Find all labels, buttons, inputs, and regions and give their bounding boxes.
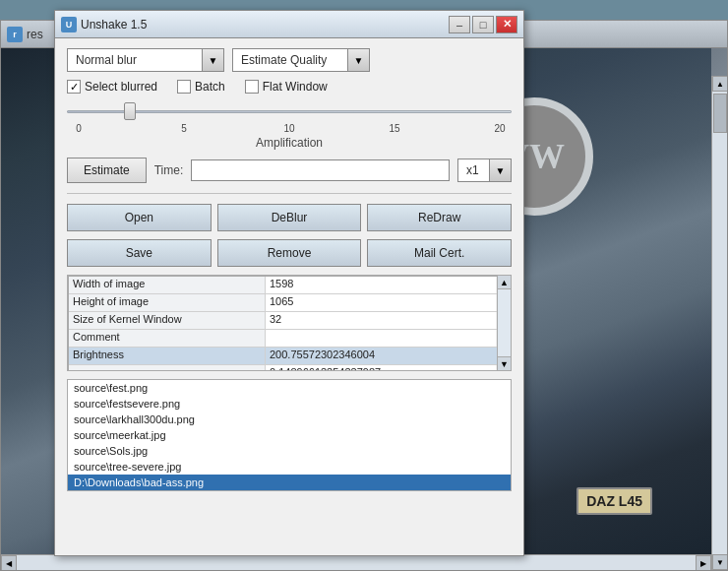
bg-horizontal-scrollbar[interactable]: ◀ ▶	[1, 554, 711, 570]
info-value	[266, 330, 496, 347]
info-value: 1598	[266, 277, 496, 293]
file-list-item[interactable]: source\festsevere.png	[68, 396, 511, 412]
maximize-button[interactable]: □	[472, 16, 494, 33]
bg-hscroll-track[interactable]	[17, 555, 696, 570]
info-table: Width of image1598Height of image1065Siz…	[68, 276, 511, 371]
tick-5: 5	[176, 123, 192, 134]
info-key: Brightness	[69, 348, 266, 364]
info-row: Comment	[69, 330, 510, 348]
info-scroll-down[interactable]: ▼	[498, 356, 511, 370]
tick-0: 0	[71, 123, 87, 134]
checkboxes-row: ✓ Select blurred Batch Flat Window	[67, 80, 512, 94]
tick-15: 15	[387, 123, 402, 134]
blur-dropdown-arrow[interactable]: ▼	[202, 49, 223, 71]
estimate-button[interactable]: Estimate	[67, 158, 147, 183]
info-row: Size of Kernel Window32	[69, 312, 510, 330]
slider-ticks: 0 5 10 15 20	[67, 123, 512, 134]
info-row: Width of image1598	[69, 277, 510, 294]
info-value: 0.14896613354337987	[266, 365, 496, 371]
save-button[interactable]: Save	[67, 239, 212, 267]
zoom-dropdown[interactable]: x1 ▼	[457, 159, 512, 182]
titlebar-left: U Unshake 1.5	[61, 17, 147, 32]
slider-thumb[interactable]	[124, 102, 136, 120]
window-content: Normal blur ▼ Estimate Quality ▼ ✓ Selec…	[55, 38, 523, 555]
select-blurred-checkbox[interactable]: ✓ Select blurred	[67, 80, 157, 94]
file-list-item[interactable]: source\tree-severe.jpg	[68, 459, 511, 475]
app-icon: U	[61, 17, 77, 32]
quality-dropdown[interactable]: Estimate Quality ▼	[232, 48, 370, 72]
redraw-button[interactable]: ReDraw	[367, 204, 512, 231]
info-row: Brightness200.75572302346004	[69, 348, 510, 365]
bg-app-icon: r	[7, 27, 23, 42]
file-list-item[interactable]: source\larkhall300du.png	[68, 412, 511, 427]
titlebar: U Unshake 1.5 – □ ✕	[55, 11, 523, 38]
info-key: Width of image	[69, 277, 266, 293]
bg-scroll-down[interactable]: ▼	[712, 554, 727, 570]
file-list-item[interactable]: source\Sols.jpg	[68, 443, 511, 459]
bg-scroll-thumb[interactable]	[713, 94, 727, 133]
info-key: Size of Kernel Window	[69, 312, 266, 329]
bg-scroll-track[interactable]	[712, 92, 727, 554]
file-list-item[interactable]: source\meerkat.jpg	[68, 427, 511, 443]
license-plate: DAZ L45	[576, 487, 652, 515]
bg-scroll-right[interactable]: ▶	[696, 555, 711, 570]
info-value: 200.75572302346004	[266, 348, 496, 364]
mail-cert-button[interactable]: Mail Cert.	[367, 239, 512, 267]
quality-dropdown-label: Estimate Quality	[233, 53, 347, 67]
close-button[interactable]: ✕	[496, 16, 517, 33]
file-list: source\fest.pngsource\festsevere.pngsour…	[67, 379, 512, 491]
info-scroll-track[interactable]	[498, 289, 511, 356]
estimate-row: Estimate Time: x1 ▼	[67, 158, 512, 183]
batch-label: Batch	[195, 80, 225, 94]
info-table-wrap: Width of image1598Height of image1065Siz…	[67, 275, 512, 371]
info-key: Height of image	[69, 294, 266, 311]
time-input[interactable]	[191, 159, 450, 181]
blur-dropdown-label: Normal blur	[68, 53, 202, 67]
bg-title: res	[27, 28, 43, 41]
flat-window-label: Flat Window	[263, 80, 328, 94]
open-button[interactable]: Open	[67, 204, 212, 231]
dropdowns-row: Normal blur ▼ Estimate Quality ▼	[67, 48, 512, 72]
deblur-button[interactable]: DeBlur	[217, 204, 362, 231]
slider-track[interactable]	[67, 101, 512, 121]
info-value: 32	[266, 312, 496, 329]
time-label: Time:	[154, 163, 184, 177]
action-buttons-row1: Open DeBlur ReDraw	[67, 204, 512, 231]
zoom-label: x1	[458, 163, 489, 177]
minimize-button[interactable]: –	[449, 16, 470, 33]
tick-10: 10	[281, 123, 297, 134]
bg-scroll-left[interactable]: ◀	[1, 555, 17, 570]
tick-20: 20	[492, 123, 508, 134]
bg-vertical-scrollbar[interactable]: ▲ ▼	[711, 76, 727, 570]
slider-line	[67, 110, 512, 113]
blur-dropdown[interactable]: Normal blur ▼	[67, 48, 224, 72]
select-blurred-label: Select blurred	[85, 80, 157, 94]
info-row: arms0.14896613354337987	[69, 365, 510, 371]
select-blurred-box[interactable]: ✓	[67, 80, 81, 94]
info-key: arms	[69, 365, 266, 371]
batch-checkbox[interactable]: Batch	[177, 80, 225, 94]
flat-window-checkbox[interactable]: Flat Window	[245, 80, 328, 94]
zoom-arrow[interactable]: ▼	[489, 159, 511, 181]
amplification-slider-row: 0 5 10 15 20 Amplification	[67, 101, 512, 150]
info-scroll-up[interactable]: ▲	[498, 276, 511, 289]
main-window: U Unshake 1.5 – □ ✕ Normal blur ▼ Estima…	[54, 10, 524, 556]
file-list-item[interactable]: D:\Downloads\bad-ass.png	[68, 475, 511, 490]
amplification-label: Amplification	[67, 136, 512, 150]
info-scrollbar[interactable]: ▲ ▼	[497, 276, 511, 370]
divider-1	[67, 193, 512, 194]
info-value: 1065	[266, 294, 496, 311]
quality-dropdown-arrow[interactable]: ▼	[347, 49, 369, 71]
bg-scroll-up[interactable]: ▲	[712, 76, 727, 92]
batch-box[interactable]	[177, 80, 191, 94]
info-key: Comment	[69, 330, 266, 347]
window-title: Unshake 1.5	[81, 18, 147, 32]
file-list-item[interactable]: source\fest.png	[68, 380, 511, 396]
titlebar-buttons: – □ ✕	[449, 16, 517, 33]
remove-button[interactable]: Remove	[217, 239, 362, 267]
flat-window-box[interactable]	[245, 80, 259, 94]
info-row: Height of image1065	[69, 294, 510, 312]
action-buttons-row2: Save Remove Mail Cert.	[67, 239, 512, 267]
